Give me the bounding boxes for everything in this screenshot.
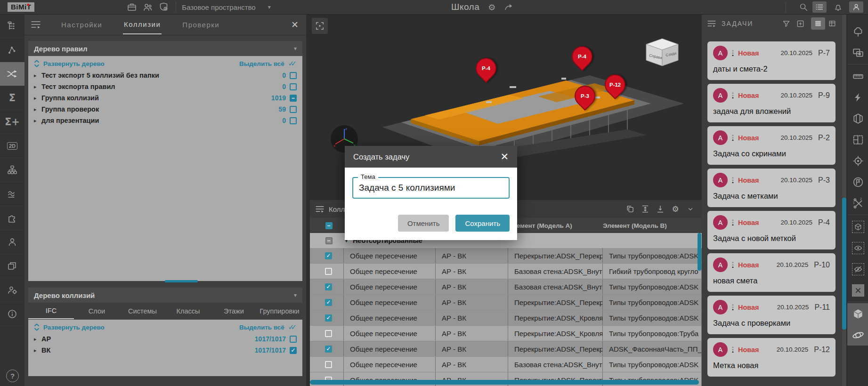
group-checkbox[interactable]	[325, 237, 333, 244]
select-all-button[interactable]: Выделить всё ✓✓	[239, 59, 297, 68]
task-card[interactable]: A ▲▲▲ Новая 20.10.2025 P-2 Задача со скр…	[707, 126, 836, 165]
row-checkbox[interactable]	[325, 299, 332, 306]
panel-menu-icon[interactable]	[31, 21, 41, 28]
table-view-icon[interactable]	[825, 17, 839, 30]
item-checkbox[interactable]	[290, 95, 297, 102]
caret-right-icon[interactable]: ▸	[34, 106, 41, 113]
table-row[interactable]: Общее пересечениеАР - ВК Базовая стена:A…	[310, 264, 702, 279]
focus-model-button[interactable]	[312, 18, 328, 34]
item-checkbox[interactable]	[290, 336, 297, 343]
hierarchy-icon[interactable]	[0, 158, 24, 182]
section-flash-icon[interactable]	[847, 87, 868, 108]
fit-rows-icon[interactable]	[653, 205, 668, 213]
charts-icon[interactable]	[0, 182, 24, 206]
table-menu-icon[interactable]	[316, 206, 324, 212]
orbit-icon[interactable]	[847, 324, 868, 346]
table-horizontal-scrollbar[interactable]	[310, 380, 699, 385]
filter-icon[interactable]	[779, 17, 793, 30]
close-panel-icon[interactable]: ✕	[291, 19, 299, 30]
dialog-close-icon[interactable]: ✕	[500, 151, 509, 162]
environment-tree-icon[interactable]	[847, 21, 868, 42]
collisions-tree-item[interactable]: ▸ АР 1017/1017	[28, 333, 302, 345]
user-settings-icon[interactable]	[0, 278, 24, 302]
cancel-button[interactable]: Отменить	[398, 215, 449, 232]
table-row[interactable]: Общее пересечениеАР - ВК Базовая стена:A…	[310, 279, 702, 295]
column-header-model-a[interactable]: Элемент (Модель A)	[508, 218, 603, 233]
task-card[interactable]: A ▲▲▲ Новая 20.10.2025 P-9 задача для вл…	[707, 84, 836, 122]
table-row[interactable]: Общее пересечениеАР - ВК Перекрытие:ADSK…	[310, 248, 702, 264]
rules-tree-item[interactable]: ▸ Группа проверок 59	[28, 104, 302, 115]
info-icon[interactable]	[0, 302, 24, 326]
rules-tree-item[interactable]: ▸ Группа коллизий 1019	[28, 92, 302, 104]
show-selection-eye-icon[interactable]	[847, 237, 868, 258]
tab-ifc[interactable]: IFC	[28, 303, 74, 319]
tab-floors[interactable]: Этажи	[211, 304, 257, 319]
table-row[interactable]: Общее пересечениеАР - ВК Перекрытие:ADSK…	[310, 310, 702, 326]
expand-tree-button[interactable]: Развернуть дерево	[34, 323, 105, 331]
table-vertical-scrollbar[interactable]	[698, 233, 701, 271]
collections-icon[interactable]	[0, 254, 24, 278]
capture-region-icon[interactable]	[847, 42, 868, 63]
row-height-icon[interactable]	[638, 205, 653, 213]
row-checkbox[interactable]	[325, 252, 332, 259]
hide-selection-eye-slash-icon[interactable]	[847, 258, 868, 280]
flag-icon[interactable]	[847, 171, 868, 193]
item-checkbox[interactable]	[290, 347, 297, 354]
share-icon[interactable]	[504, 2, 513, 12]
model-tree-icon[interactable]	[0, 14, 24, 38]
shaded-view-icon[interactable]	[847, 303, 868, 324]
rules-tree-item[interactable]: ▸ Тест экспорт 5 коллизий без папки 0	[28, 70, 302, 81]
table-settings-gear-icon[interactable]: ⚙	[668, 204, 683, 214]
row-checkbox[interactable]	[325, 314, 332, 322]
save-button[interactable]: Сохранить	[455, 215, 510, 232]
workspace-caret-icon[interactable]: ▾	[268, 4, 271, 10]
sum-icon[interactable]: Σ	[0, 86, 24, 110]
select-all-button[interactable]: Выделить всё ✓✓	[239, 323, 297, 331]
rules-tree-item[interactable]: ▸ для презентации 0	[28, 115, 302, 126]
caret-right-icon[interactable]: ▸	[34, 118, 41, 124]
row-checkbox[interactable]	[325, 361, 332, 368]
dialog-header[interactable]: Создать задачу ✕	[345, 146, 517, 168]
topic-input[interactable]	[353, 178, 520, 198]
row-checkbox[interactable]	[325, 330, 332, 337]
tab-settings[interactable]: Настройки	[60, 16, 103, 34]
tab-classes[interactable]: Классы	[165, 304, 211, 319]
tasks-scrollbar[interactable]	[842, 14, 846, 386]
projects-briefcase-icon[interactable]	[124, 1, 140, 13]
item-checkbox[interactable]	[290, 83, 297, 90]
task-card[interactable]: A ▲▲▲ Новая 20.10.2025 P-10 новая смета	[707, 253, 836, 292]
task-card[interactable]: A ▲▲▲ Новая 20.10.2025 P-11 Задача с про…	[707, 296, 836, 334]
user-profile-icon[interactable]	[849, 1, 863, 13]
copy-rows-icon[interactable]	[623, 205, 638, 213]
row-checkbox[interactable]	[325, 268, 332, 275]
tasks-scrollbar-thumb[interactable]	[842, 198, 846, 330]
table-row[interactable]: Общее пересечениеАР - ВК Перекрытие:ADSK…	[310, 295, 702, 310]
section-box-icon[interactable]	[847, 108, 868, 129]
collisions-tool-icon[interactable]	[0, 62, 24, 86]
ruler-icon[interactable]	[847, 65, 868, 87]
task-list-toggle-icon[interactable]	[812, 1, 827, 13]
split-cut-icon[interactable]: 12	[847, 193, 868, 214]
task-card[interactable]: A ▲▲▲ Новая 20.10.2025 P-4 Задача с ново…	[707, 211, 836, 249]
panel-resize-grip[interactable]	[165, 280, 198, 282]
rules-tree-collapse-icon[interactable]: ▾	[294, 45, 297, 52]
item-checkbox[interactable]	[290, 117, 297, 124]
expand-tree-button[interactable]: Развернуть дерево	[34, 60, 105, 67]
collisions-tree-item[interactable]: ▸ ВК 1017/1017	[28, 345, 302, 356]
table-row[interactable]: Общее пересечениеАР - ВК Базовая стена:A…	[310, 357, 702, 372]
isolate-selection-icon[interactable]	[847, 216, 868, 237]
collisions-tree-collapse-icon[interactable]: ▾	[294, 292, 297, 298]
notifications-bell-icon[interactable]	[831, 1, 845, 13]
clear-selection-icon[interactable]	[847, 280, 868, 301]
select-all-checkbox[interactable]	[325, 222, 333, 229]
table-row[interactable]: Общее пересечениеАР - ВК Перекрытие:ADSK…	[310, 326, 702, 341]
locate-target-icon[interactable]	[847, 150, 868, 171]
rules-tree-item[interactable]: ▸ Тест экспорта правил 0	[28, 81, 302, 92]
caret-right-icon[interactable]: ▸	[34, 84, 41, 90]
tab-checks[interactable]: Проверки	[181, 16, 220, 34]
collapse-table-chevron-icon[interactable]	[683, 205, 698, 213]
row-checkbox[interactable]	[325, 283, 332, 290]
sheets-2d-icon[interactable]: 2D	[0, 134, 24, 158]
team-users-icon[interactable]	[140, 1, 156, 13]
task-card[interactable]: A ▲▲▲ Новая 20.10.2025 P-3 Задача с метк…	[707, 169, 836, 207]
